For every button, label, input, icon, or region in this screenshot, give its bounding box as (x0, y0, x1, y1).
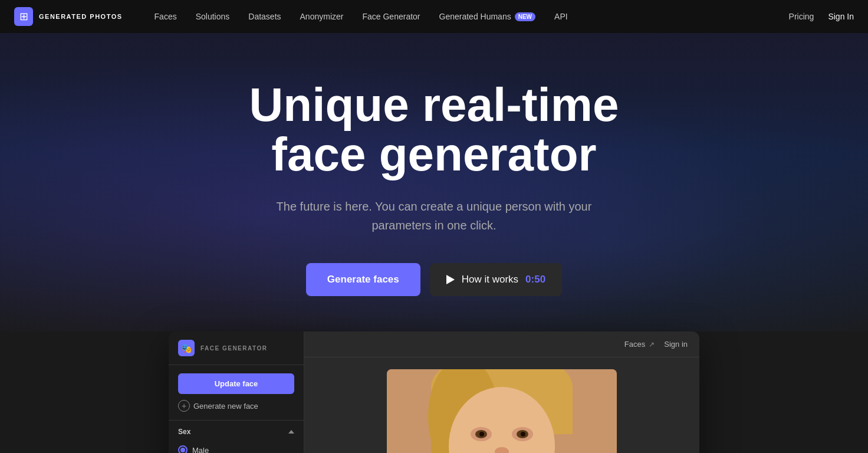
main-signin-link[interactable]: Sign in (664, 340, 688, 349)
face-image-inner (387, 369, 617, 453)
plus-icon: + (178, 400, 190, 412)
sex-male-option[interactable]: Male (178, 445, 294, 453)
nav-item-faces[interactable]: Faces (146, 8, 185, 25)
sex-section-header[interactable]: Sex (169, 421, 304, 443)
face-image (387, 369, 617, 453)
navbar: ⊞ GENERATED PHOTOS Faces Solutions Datas… (0, 0, 868, 33)
faces-link[interactable]: Faces ↗ (624, 340, 655, 349)
face-generator-icon: 🎭 (178, 340, 195, 356)
nav-pricing[interactable]: Pricing (789, 12, 814, 21)
new-badge: New (515, 12, 535, 21)
preview-section: 🎭 FACE GENERATOR Update face + Generate … (0, 331, 868, 453)
nav-item-solutions[interactable]: Solutions (188, 8, 238, 25)
hero-section: Unique real-time face generator The futu… (0, 33, 868, 331)
main-content: Faces ↗ Sign in (304, 331, 699, 453)
hero-subtitle: The future is here. You can create a uni… (272, 197, 596, 235)
hero-title: Unique real-time face generator (228, 80, 640, 179)
sex-chevron-icon (288, 430, 294, 434)
face-generator-sidebar: 🎭 FACE GENERATOR Update face + Generate … (169, 331, 304, 453)
play-icon (446, 275, 455, 284)
male-label: Male (192, 446, 209, 454)
sex-section: Sex Male Female (169, 421, 304, 453)
how-it-works-time: 0:50 (525, 274, 545, 285)
main-header: Faces ↗ Sign in (304, 331, 699, 357)
preview-card: 🎭 FACE GENERATOR Update face + Generate … (169, 331, 699, 453)
sidebar-title: FACE GENERATOR (200, 345, 267, 352)
external-link-icon: ↗ (649, 340, 655, 349)
logo[interactable]: ⊞ GENERATED PHOTOS (14, 7, 123, 26)
nav-right: Pricing Sign In (789, 12, 854, 21)
nav-links: Faces Solutions Datasets Anonymizer Face… (146, 8, 789, 25)
generate-faces-button[interactable]: Generate faces (306, 263, 420, 296)
logo-icon: ⊞ (14, 7, 33, 26)
main-image-area: We use cookies and local storage for bet… (304, 357, 699, 453)
sex-label: Sex (178, 428, 190, 436)
hero-buttons: Generate faces How it works 0:50 (306, 263, 562, 296)
nav-signin[interactable]: Sign In (828, 12, 854, 21)
update-face-button[interactable]: Update face (178, 373, 294, 394)
generate-new-face-button[interactable]: + Generate new face (178, 400, 294, 412)
nav-item-datasets[interactable]: Datasets (240, 8, 289, 25)
nav-item-api[interactable]: API (546, 8, 576, 25)
svg-point-26 (479, 432, 484, 436)
svg-point-27 (521, 432, 525, 436)
nav-item-anonymizer[interactable]: Anonymizer (292, 8, 352, 25)
male-radio[interactable] (178, 445, 188, 453)
nav-item-generated-humans[interactable]: Generated Humans New (431, 8, 544, 25)
nav-item-face-generator[interactable]: Face Generator (354, 8, 428, 25)
how-it-works-button[interactable]: How it works 0:50 (430, 263, 562, 296)
how-it-works-label: How it works (462, 274, 518, 285)
logo-text: GENERATED PHOTOS (39, 13, 123, 20)
sidebar-header: 🎭 FACE GENERATOR (169, 331, 304, 365)
sex-options: Male Female (169, 443, 304, 453)
svg-rect-29 (431, 416, 449, 453)
faces-link-label: Faces (624, 340, 645, 349)
update-face-area: Update face + Generate new face (169, 365, 304, 421)
generate-new-label: Generate new face (193, 402, 258, 411)
